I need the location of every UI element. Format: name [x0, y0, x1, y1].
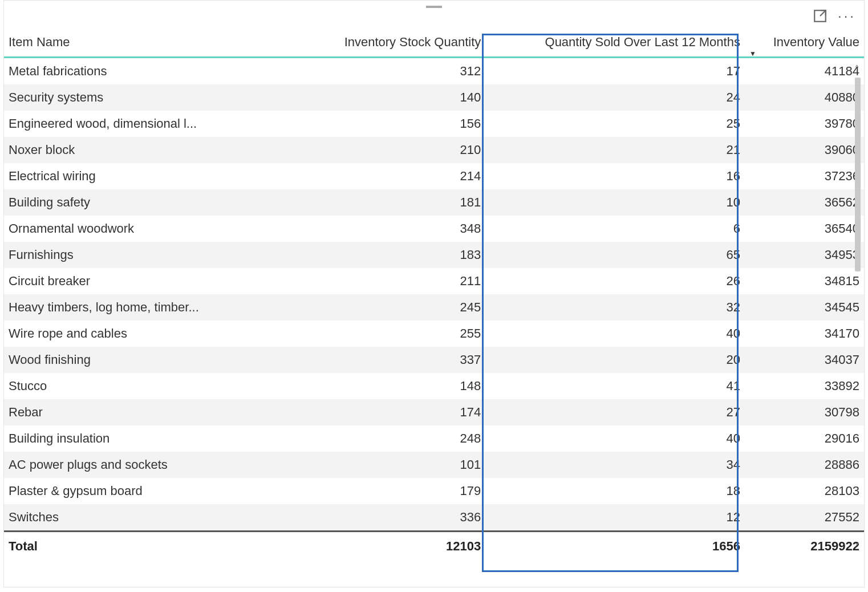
cell-item-name: Rebar [4, 399, 286, 425]
total-stock: 12103 [286, 532, 485, 561]
cell-sold: 27 [485, 399, 745, 425]
cell-value: 41184 [745, 58, 864, 85]
inventory-table: Item Name Inventory Stock Quantity Quant… [4, 29, 864, 561]
cell-item-name: Electrical wiring [4, 163, 286, 189]
more-options-button[interactable]: ··· [838, 13, 856, 19]
cell-stock: 101 [286, 452, 485, 478]
col-sold-12m[interactable]: Quantity Sold Over Last 12 Months [485, 29, 745, 58]
cell-value: 33892 [745, 373, 864, 399]
cell-value: 34170 [745, 321, 864, 347]
table-wrap: Item Name Inventory Stock Quantity Quant… [4, 29, 864, 561]
cell-value: 34953 [745, 242, 864, 268]
cell-sold: 65 [485, 242, 745, 268]
cell-sold: 10 [485, 189, 745, 216]
cell-stock: 174 [286, 399, 485, 425]
cell-value: 29016 [745, 425, 864, 452]
table-row[interactable]: Heavy timbers, log home, timber...245323… [4, 294, 864, 321]
table-row[interactable]: Engineered wood, dimensional l...1562539… [4, 111, 864, 137]
cell-sold: 34 [485, 452, 745, 478]
cell-stock: 183 [286, 242, 485, 268]
cell-sold: 12 [485, 504, 745, 532]
cell-item-name: Metal fabrications [4, 58, 286, 85]
cell-item-name: AC power plugs and sockets [4, 452, 286, 478]
cell-stock: 156 [286, 111, 485, 137]
cell-value: 27552 [745, 504, 864, 532]
table-row[interactable]: Switches3361227552 [4, 504, 864, 532]
cell-sold: 40 [485, 425, 745, 452]
cell-value: 36540 [745, 216, 864, 242]
table-row[interactable]: Noxer block2102139060 [4, 137, 864, 163]
totals-row: Total 12103 1656 2159922 [4, 532, 864, 561]
cell-value: 34037 [745, 347, 864, 373]
cell-value: 39780 [745, 111, 864, 137]
cell-sold: 20 [485, 347, 745, 373]
total-value: 2159922 [745, 532, 864, 561]
cell-item-name: Circuit breaker [4, 268, 286, 294]
cell-sold: 25 [485, 111, 745, 137]
cell-value: 36562 [745, 189, 864, 216]
table-row[interactable]: Security systems1402440880 [4, 84, 864, 111]
table-row[interactable]: Metal fabrications3121741184 [4, 58, 864, 85]
focus-mode-button[interactable] [813, 9, 828, 23]
cell-value: 34815 [745, 268, 864, 294]
cell-value: 28103 [745, 478, 864, 504]
cell-item-name: Security systems [4, 84, 286, 111]
scroll-thumb[interactable] [855, 78, 861, 271]
table-row[interactable]: Wire rope and cables2554034170 [4, 321, 864, 347]
cell-stock: 255 [286, 321, 485, 347]
col-inventory-value[interactable]: Inventory Value [745, 29, 864, 58]
table-row[interactable]: Rebar1742730798 [4, 399, 864, 425]
table-row[interactable]: Plaster & gypsum board1791828103 [4, 478, 864, 504]
cell-stock: 248 [286, 425, 485, 452]
cell-value: 28886 [745, 452, 864, 478]
cell-sold: 26 [485, 268, 745, 294]
cell-stock: 245 [286, 294, 485, 321]
drag-handle[interactable] [4, 1, 864, 13]
cell-stock: 179 [286, 478, 485, 504]
grip-icon [426, 6, 442, 8]
table-row[interactable]: Wood finishing3372034037 [4, 347, 864, 373]
cell-item-name: Furnishings [4, 242, 286, 268]
cell-sold: 41 [485, 373, 745, 399]
cell-item-name: Plaster & gypsum board [4, 478, 286, 504]
cell-item-name: Switches [4, 504, 286, 532]
table-row[interactable]: Circuit breaker2112634815 [4, 268, 864, 294]
cell-stock: 211 [286, 268, 485, 294]
cell-item-name: Wood finishing [4, 347, 286, 373]
focus-icon [813, 9, 828, 23]
total-sold: 1656 [485, 532, 745, 561]
cell-sold: 21 [485, 137, 745, 163]
cell-stock: 210 [286, 137, 485, 163]
table-row[interactable]: Building safety1811036562 [4, 189, 864, 216]
cell-item-name: Noxer block [4, 137, 286, 163]
cell-sold: 16 [485, 163, 745, 189]
table-row[interactable]: Building insulation2484029016 [4, 425, 864, 452]
col-item-name[interactable]: Item Name [4, 29, 286, 58]
cell-value: 39060 [745, 137, 864, 163]
cell-sold: 32 [485, 294, 745, 321]
header-row: Item Name Inventory Stock Quantity Quant… [4, 29, 864, 58]
visual-toolbar: ··· [813, 9, 856, 23]
table-visual: ··· Item Name Inventory Stock Quantity Q… [3, 0, 865, 587]
cell-stock: 140 [286, 84, 485, 111]
table-row[interactable]: AC power plugs and sockets1013428886 [4, 452, 864, 478]
cell-sold: 17 [485, 58, 745, 85]
cell-sold: 18 [485, 478, 745, 504]
table-row[interactable]: Ornamental woodwork348636540 [4, 216, 864, 242]
cell-value: 37236 [745, 163, 864, 189]
cell-item-name: Heavy timbers, log home, timber... [4, 294, 286, 321]
table-row[interactable]: Stucco1484133892 [4, 373, 864, 399]
cell-stock: 348 [286, 216, 485, 242]
cell-value: 34545 [745, 294, 864, 321]
cell-stock: 336 [286, 504, 485, 532]
cell-sold: 6 [485, 216, 745, 242]
table-row[interactable]: Furnishings1836534953 [4, 242, 864, 268]
cell-stock: 181 [286, 189, 485, 216]
table-row[interactable]: Electrical wiring2141637236 [4, 163, 864, 189]
cell-stock: 337 [286, 347, 485, 373]
col-stock-qty[interactable]: Inventory Stock Quantity [286, 29, 485, 58]
cell-value: 40880 [745, 84, 864, 111]
cell-item-name: Engineered wood, dimensional l... [4, 111, 286, 137]
scroll-down-icon[interactable]: ˅ [850, 541, 863, 554]
scroll-up-icon[interactable]: ˄ [850, 63, 863, 76]
